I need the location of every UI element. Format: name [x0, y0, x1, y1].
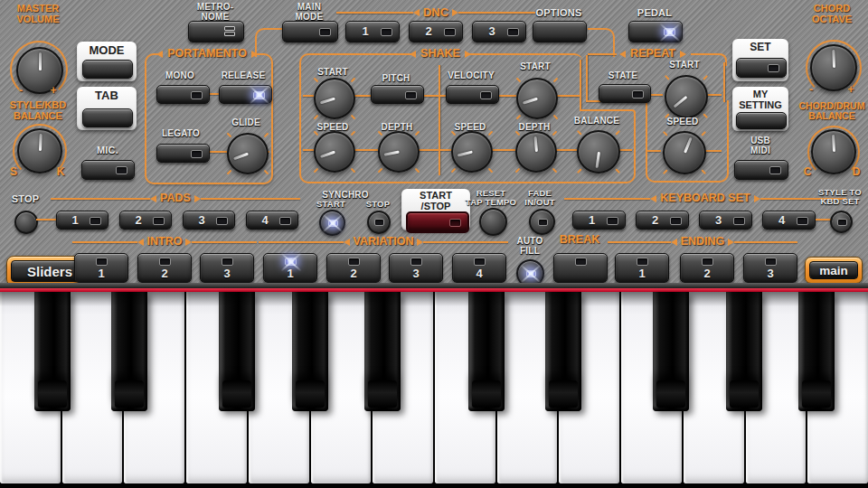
black-key[interactable]: [726, 292, 762, 411]
state-led: [632, 90, 644, 99]
pedal-button[interactable]: [628, 21, 683, 42]
black-key[interactable]: [111, 292, 147, 411]
connector-line: [303, 149, 314, 151]
mode-plate: MODE: [77, 42, 137, 81]
auto-fill-led: [526, 270, 536, 277]
black-key[interactable]: [34, 292, 71, 411]
connector-line: [704, 150, 722, 152]
main-frame: main: [805, 257, 863, 284]
ending-button-2[interactable]: 2: [680, 253, 734, 283]
shake-start-right-knob[interactable]: [516, 78, 558, 119]
velocity-button[interactable]: [446, 85, 499, 104]
repeat-speed-knob[interactable]: [663, 131, 706, 174]
ending-button-1[interactable]: 1: [615, 253, 669, 283]
pads-button-4[interactable]: 4: [246, 211, 298, 230]
button-number: 2: [120, 212, 156, 226]
keyboard-set-button-3[interactable]: 3: [699, 211, 752, 230]
black-key[interactable]: [653, 292, 689, 411]
dnc-button-2[interactable]: 2: [409, 21, 463, 42]
knob-pointer: [383, 151, 399, 156]
balance-k-label: K: [54, 165, 67, 178]
intro-button-1[interactable]: 1: [74, 253, 128, 283]
shake-speed-right-knob[interactable]: [451, 131, 493, 173]
black-key[interactable]: [798, 292, 835, 411]
knob-pointer: [457, 151, 472, 157]
main-mode-button[interactable]: [282, 21, 338, 42]
piano-keyboard: [0, 292, 868, 488]
tab-button[interactable]: [82, 108, 133, 127]
button-number: 3: [700, 212, 737, 226]
velocity-label: VELOCITY: [440, 70, 502, 80]
mode-button[interactable]: [82, 60, 133, 79]
balance-label: BALANCE: [565, 116, 628, 126]
style-to-kbd-led: [837, 219, 847, 226]
stop-label: STOP: [7, 193, 43, 204]
black-key[interactable]: [545, 292, 581, 411]
pads-button-3[interactable]: 3: [183, 211, 235, 230]
ending-button-3[interactable]: 3: [743, 253, 797, 283]
release-button[interactable]: [219, 85, 272, 104]
start-stop-button[interactable]: [406, 211, 469, 233]
dnc-button-3[interactable]: 3: [472, 21, 526, 42]
arrow-right-icon: [754, 195, 760, 202]
button-number: 3: [473, 24, 511, 38]
repeat-start-knob[interactable]: [665, 75, 708, 118]
black-key[interactable]: [219, 292, 255, 411]
mono-button[interactable]: [156, 85, 210, 104]
dnc-button-1[interactable]: 1: [345, 21, 400, 42]
tab-label: TAB: [77, 89, 137, 102]
metronome-button[interactable]: [188, 21, 244, 42]
connector-line: [555, 95, 580, 97]
keyboard-set-button-2[interactable]: 2: [636, 211, 689, 230]
shake-start-left-label: START: [311, 67, 354, 77]
glide-knob[interactable]: [227, 133, 269, 174]
stop-button[interactable]: [14, 211, 38, 234]
shake-speed-left-knob[interactable]: [314, 131, 355, 173]
keyboard-set-button-4[interactable]: 4: [762, 211, 816, 230]
keyboard-set-button-1[interactable]: 1: [572, 211, 626, 230]
variation-button-1[interactable]: 1: [263, 253, 317, 283]
set-led: [768, 64, 779, 72]
knob-pointer: [684, 137, 693, 154]
connector-line: [498, 95, 516, 97]
my-setting-label: MY SETTING: [732, 89, 788, 110]
my-setting-button[interactable]: [736, 112, 787, 129]
options-button[interactable]: [533, 21, 587, 42]
reset-tap-tempo-button[interactable]: [479, 208, 507, 236]
variation-button-2[interactable]: 2: [326, 253, 381, 283]
balance-knob[interactable]: [577, 130, 620, 174]
variation-button-4[interactable]: 4: [452, 253, 506, 283]
pads-button-2[interactable]: 2: [119, 211, 172, 230]
state-button[interactable]: [599, 84, 651, 103]
button-number: 1: [346, 24, 384, 38]
intro-button-2[interactable]: 2: [137, 253, 192, 283]
style-to-kbd-set-button[interactable]: [830, 211, 853, 233]
pads-title: PADS: [156, 192, 194, 204]
pitch-button[interactable]: [371, 85, 424, 104]
break-button[interactable]: [553, 253, 608, 283]
usb-midi-button[interactable]: [734, 160, 788, 180]
reset-tap-tempo-label: RESET TAP TEMPO: [465, 189, 517, 208]
synchro-start-button[interactable]: [319, 210, 345, 236]
break-led: [575, 258, 587, 266]
synchro-stop-button[interactable]: [367, 211, 391, 234]
fade-in-out-button[interactable]: [529, 209, 555, 235]
variation-button-3[interactable]: 3: [389, 253, 443, 283]
black-key[interactable]: [292, 292, 328, 411]
ending-2-led: [702, 258, 713, 266]
connector-line: [706, 94, 722, 96]
black-key[interactable]: [468, 292, 505, 411]
mic-button[interactable]: [81, 160, 135, 180]
shake-start-left-knob[interactable]: [314, 78, 355, 119]
pads-button-1[interactable]: 1: [56, 211, 108, 230]
intro-button-3[interactable]: 3: [200, 253, 254, 283]
set-button[interactable]: [736, 58, 787, 78]
black-key[interactable]: [364, 292, 401, 411]
shake-depth-left-knob[interactable]: [378, 131, 420, 173]
variation-1-led: [285, 258, 297, 266]
main-button[interactable]: main: [809, 261, 858, 279]
shake-depth-right-knob[interactable]: [515, 131, 557, 173]
glide-label: GLIDE: [224, 117, 268, 127]
legato-button[interactable]: [156, 144, 210, 163]
pads-4-led: [279, 217, 291, 225]
